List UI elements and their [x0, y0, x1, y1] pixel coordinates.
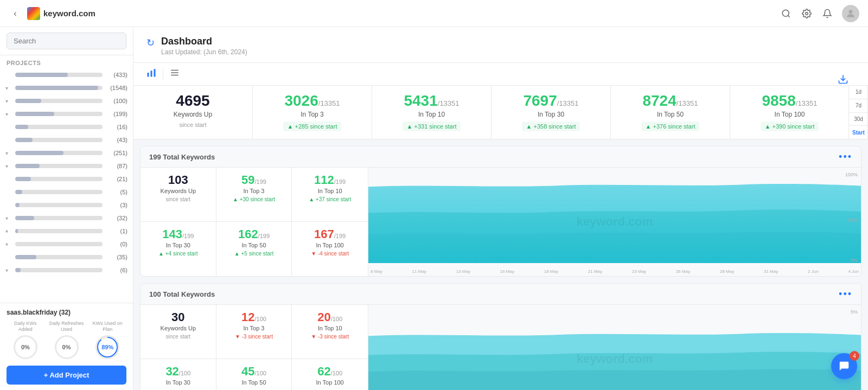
top100-num-block: 9858/13351	[739, 93, 840, 108]
chart-svg-100	[368, 305, 861, 390]
chevron-icon: ▾	[5, 111, 12, 117]
top3-fraction: /13351	[318, 99, 340, 107]
keywords-up-num: 4695	[142, 93, 244, 108]
mini-frac-top3-100: /100	[255, 316, 266, 322]
search-input[interactable]	[7, 33, 126, 49]
project-bar	[15, 229, 103, 233]
x-label: 8 May	[371, 269, 382, 274]
top50-num-block: 8724/13351	[620, 93, 721, 108]
mini-num-top3: 59	[241, 173, 254, 187]
svg-rect-4	[148, 73, 149, 77]
time-7d[interactable]: 7d	[849, 99, 868, 113]
daily-refreshes-stat: Daily RefreshesUsed 0%	[48, 321, 86, 359]
menu-icon[interactable]	[170, 68, 180, 80]
chart-area-199: keyword.com 100% 50% 0% 8 May 11 May 13 …	[368, 168, 861, 276]
list-item[interactable]: (16)	[0, 120, 133, 133]
notifications-icon[interactable]	[821, 8, 833, 20]
time-30d[interactable]: 30d	[849, 113, 868, 126]
list-item[interactable]: ▾(87)	[0, 159, 133, 172]
section-199-title: 199 Total Keywords	[149, 153, 215, 161]
avatar[interactable]	[842, 5, 859, 22]
chart-svg-199	[368, 168, 861, 263]
mini-stat-top10-100: 20/100 In Top 10 ▼ -3 since start	[292, 305, 368, 359]
dashboard-title-block: Dashboard Last Updated: (Jun 6th, 2024)	[161, 36, 247, 56]
mini-num-top30-100-block: 32/100	[148, 366, 208, 378]
mini-frac-top30: /199	[182, 233, 194, 239]
list-item[interactable]: ▾(100)	[0, 94, 133, 107]
mini-stat-top50-199: 162/199 In Top 50 ▲ +5 since start	[216, 222, 292, 276]
list-item[interactable]: ▾(251)	[0, 146, 133, 159]
chat-widget[interactable]: 4	[831, 353, 857, 379]
chevron-icon: ▾	[5, 98, 12, 104]
list-item[interactable]: (3)	[0, 199, 133, 212]
list-item[interactable]: ▾(199)	[0, 107, 133, 120]
mini-stat-top100-100: 62/100 In Top 100	[292, 359, 368, 390]
top50-fraction: /13351	[676, 99, 698, 107]
mini-label-top3: In Top 3	[224, 188, 284, 194]
list-item[interactable]: (5)	[0, 186, 133, 199]
stat-card-top3: 3026/13351 In Top 3 ▲ +285 since start	[253, 86, 372, 139]
section-100: 100 Total Keywords ••• 30 Keywords Up si…	[140, 283, 861, 390]
list-item[interactable]: ▾(6)	[0, 264, 133, 277]
toolbar	[133, 63, 868, 86]
project-bar	[15, 164, 103, 168]
settings-icon[interactable]	[801, 8, 813, 20]
mini-label-top10: In Top 10	[299, 188, 360, 194]
list-item[interactable]: ▾(1)	[0, 225, 133, 238]
dashboard-header: ↻ Dashboard Last Updated: (Jun 6th, 2024…	[133, 27, 868, 63]
list-item[interactable]: ▾(0)	[0, 238, 133, 251]
refresh-icon[interactable]: ↻	[146, 37, 155, 49]
kws-plan-label: KWs Used onPlan	[88, 321, 126, 333]
main-content: ↻ Dashboard Last Updated: (Jun 6th, 2024…	[133, 27, 868, 390]
top3-label: In Top 3	[261, 111, 363, 118]
x-label: 13 May	[456, 269, 470, 274]
search-icon[interactable]	[780, 8, 792, 20]
sidebar: Projects (433) ▾(1548) ▾(100) ▾(199) (16…	[0, 27, 133, 390]
list-item[interactable]: (21)	[0, 172, 133, 186]
x-label: 2 Jun	[808, 269, 819, 274]
top10-num-block: 5431/13351	[381, 93, 482, 108]
bar-chart-icon[interactable]	[146, 68, 156, 80]
section-199-more[interactable]: •••	[839, 152, 852, 162]
mini-num-top30-100: 32	[165, 365, 178, 378]
y-label-0: 0%	[851, 258, 858, 263]
section-199-header: 199 Total Keywords •••	[141, 146, 861, 168]
list-item[interactable]: ▾(32)	[0, 212, 133, 225]
list-item[interactable]: (433)	[0, 68, 133, 81]
mini-since-kwup: since start	[148, 196, 208, 202]
chevron-icon: ▾	[5, 85, 12, 91]
sidebar-stats: Daily KWsAdded 0% Daily RefreshesUsed 0%…	[7, 321, 126, 359]
mini-stat-top3-100: 12/100 In Top 3 ▼ -3 since start	[216, 305, 292, 359]
x-label: 11 May	[412, 269, 426, 274]
logo-text: keyword.com	[43, 9, 95, 18]
time-1d[interactable]: 1d	[849, 86, 868, 99]
x-label: 18 May	[544, 269, 558, 274]
time-start[interactable]: Start	[849, 126, 868, 139]
top-nav: ‹ keyword.com	[0, 0, 868, 27]
back-button[interactable]: ‹	[9, 7, 22, 20]
mini-num-kwup-100: 30	[148, 311, 208, 323]
mini-since-top10: ▲ +37 since start	[299, 196, 360, 202]
svg-line-1	[788, 15, 789, 17]
project-bar	[15, 86, 103, 90]
nav-left: ‹ keyword.com	[9, 7, 95, 20]
mini-stat-top50-100: 45/100 In Top 50	[216, 359, 292, 390]
svg-point-2	[806, 12, 808, 15]
list-item[interactable]: (35)	[0, 251, 133, 264]
mini-num-top3-100: 12	[241, 310, 254, 324]
add-project-button[interactable]: + Add Project	[7, 366, 126, 385]
list-item[interactable]: ▾(1548)	[0, 81, 133, 94]
mini-frac-top10-100: /100	[331, 316, 342, 322]
project-bar	[15, 190, 103, 194]
mini-label-top50: In Top 50	[224, 242, 284, 248]
x-label: 16 May	[500, 269, 514, 274]
project-bar	[15, 216, 103, 220]
top10-num: 5431	[404, 92, 437, 109]
list-item[interactable]: (43)	[0, 133, 133, 146]
chevron-icon: ▾	[5, 228, 12, 234]
mini-label-top10-100: In Top 10	[299, 325, 360, 331]
section-199: 199 Total Keywords ••• 103 Keywords Up s…	[140, 146, 861, 277]
stat-card-top100: 9858/13351 In Top 100 ▲ +390 since start	[730, 86, 868, 139]
section-100-more[interactable]: •••	[839, 289, 852, 299]
project-count: (87)	[106, 163, 127, 169]
